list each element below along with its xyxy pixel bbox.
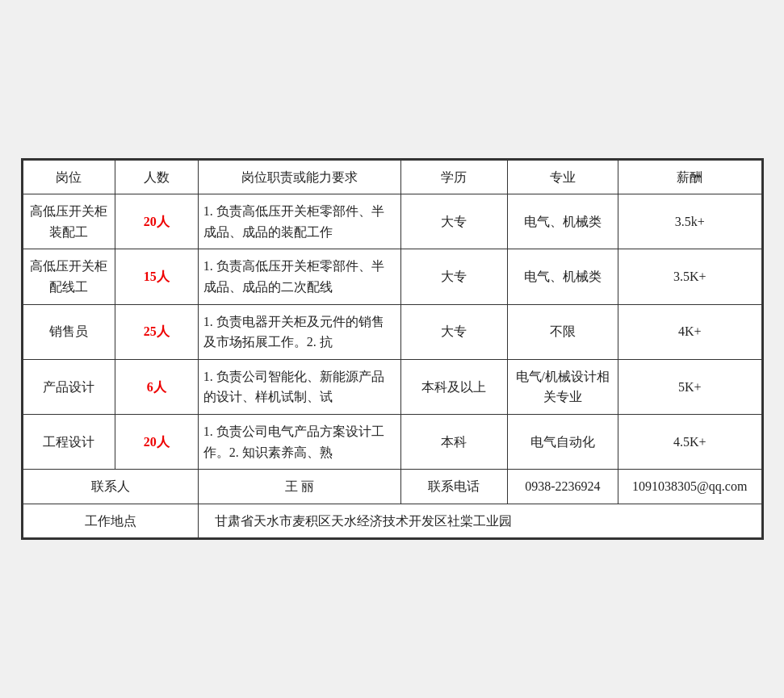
position-5: 工程设计 [23,414,115,469]
location-value: 甘肃省天水市麦积区天水经济技术开发区社棠工业园 [198,504,761,538]
edu-4: 本科及以上 [401,359,507,414]
location-row: 工作地点 甘肃省天水市麦积区天水经济技术开发区社棠工业园 [23,504,761,538]
major-1: 电气、机械类 [507,194,618,249]
header-major: 专业 [507,160,618,194]
header-edu: 学历 [401,160,507,194]
salary-1: 3.5k+ [618,194,761,249]
major-4: 电气/机械设计相关专业 [507,359,618,414]
major-3: 不限 [507,304,618,359]
table-row: 产品设计 6人 1. 负责公司智能化、新能源产品的设计、样机试制、试 本科及以上… [23,359,761,414]
contact-name: 王 丽 [198,470,401,504]
position-2: 高低压开关柜配线工 [23,249,115,304]
salary-4: 5K+ [618,359,761,414]
major-5: 电气自动化 [507,414,618,469]
count-1: 20人 [115,194,198,249]
table-row: 销售员 25人 1. 负责电器开关柜及元件的销售及市场拓展工作。2. 抗 大专 … [23,304,761,359]
edu-3: 大专 [401,304,507,359]
position-3: 销售员 [23,304,115,359]
table-row: 高低压开关柜配线工 15人 1. 负责高低压开关柜零部件、半成品、成品的二次配线… [23,249,761,304]
desc-1: 1. 负责高低压开关柜零部件、半成品、成品的装配工作 [198,194,401,249]
desc-4: 1. 负责公司智能化、新能源产品的设计、样机试制、试 [198,359,401,414]
major-2: 电气、机械类 [507,249,618,304]
desc-5: 1. 负责公司电气产品方案设计工作。2. 知识素养高、熟 [198,414,401,469]
table-row: 工程设计 20人 1. 负责公司电气产品方案设计工作。2. 知识素养高、熟 本科… [23,414,761,469]
salary-3: 4K+ [618,304,761,359]
count-3: 25人 [115,304,198,359]
header-count: 人数 [115,160,198,194]
contact-label: 联系人 [23,470,198,504]
position-4: 产品设计 [23,359,115,414]
location-label: 工作地点 [23,504,198,538]
edu-1: 大专 [401,194,507,249]
desc-2: 1. 负责高低压开关柜零部件、半成品、成品的二次配线 [198,249,401,304]
count-2: 15人 [115,249,198,304]
contact-phone-label: 联系电话 [401,470,507,504]
edu-2: 大专 [401,249,507,304]
contact-email: 1091038305@qq.com [618,470,761,504]
table-row: 高低压开关柜装配工 20人 1. 负责高低压开关柜零部件、半成品、成品的装配工作… [23,194,761,249]
job-table-container: 岗位 人数 岗位职责或能力要求 学历 专业 薪酬 高低压开关柜装配工 20人 1… [21,158,764,541]
desc-3: 1. 负责电器开关柜及元件的销售及市场拓展工作。2. 抗 [198,304,401,359]
salary-2: 3.5K+ [618,249,761,304]
count-4: 6人 [115,359,198,414]
edu-5: 本科 [401,414,507,469]
header-desc: 岗位职责或能力要求 [198,160,401,194]
contact-row: 联系人 王 丽 联系电话 0938-2236924 1091038305@qq.… [23,470,761,504]
position-1: 高低压开关柜装配工 [23,194,115,249]
contact-phone: 0938-2236924 [507,470,618,504]
header-salary: 薪酬 [618,160,761,194]
header-position: 岗位 [23,160,115,194]
count-5: 20人 [115,414,198,469]
table-header-row: 岗位 人数 岗位职责或能力要求 学历 专业 薪酬 [23,160,761,194]
salary-5: 4.5K+ [618,414,761,469]
